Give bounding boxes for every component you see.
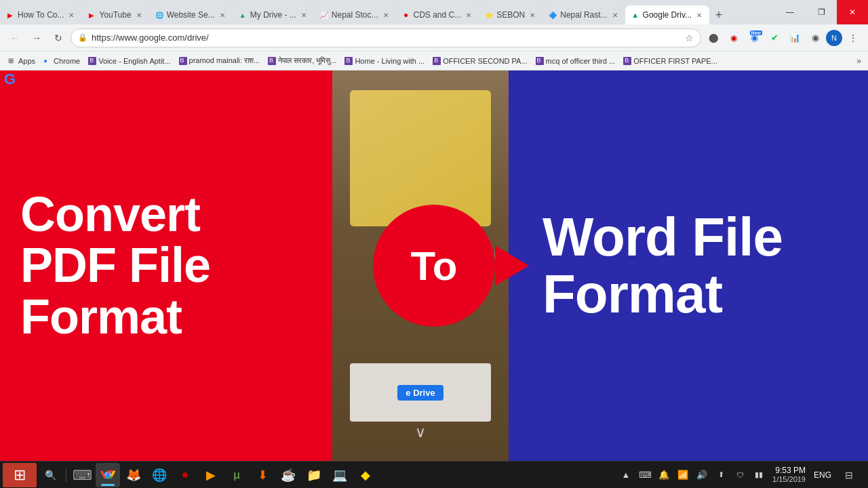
windows-icon: ⊞ [14, 466, 26, 484]
tab-youtube[interactable]: ▶ YouTube ✕ [81, 5, 149, 24]
apps-icon: ⊞ [8, 57, 16, 65]
tray-security[interactable]: 🛡 [732, 463, 748, 487]
tab-favicon-2: ▶ [87, 10, 96, 20]
bookmark-favicon-nepal: B [268, 57, 276, 65]
extension-icon-6[interactable]: ◉ [806, 28, 825, 47]
minimize-button[interactable]: — [774, 0, 806, 24]
gdrive-button[interactable]: e Drive [397, 385, 443, 401]
download-icon: ⬇ [258, 468, 268, 483]
tab-favicon-6: ● [401, 10, 411, 20]
address-bar-icons: ☆ [685, 33, 694, 43]
extension-icon-7[interactable]: N [826, 30, 842, 46]
taskbar-java[interactable]: ☕ [276, 463, 300, 487]
taskbar-firefox[interactable]: 🦊 [121, 463, 146, 487]
opera-icon: ● [182, 468, 189, 482]
tab-close-5[interactable]: ✕ [381, 10, 391, 20]
tab-how-to[interactable]: ▶ How To Co... ✕ [0, 5, 81, 24]
tab-close-4[interactable]: ✕ [299, 10, 309, 20]
address-bar[interactable]: 🔒 https://www.google.com/drive/ ☆ [71, 28, 701, 47]
bookmark-favicon-mcq: B [536, 57, 544, 65]
taskbar-computer[interactable]: 💻 [328, 463, 352, 487]
chrome-favicon: ● [43, 57, 52, 65]
center-circle: To [373, 205, 495, 327]
tab-label-2: YouTube [99, 10, 131, 20]
extension-icon-3[interactable]: ◉ New [745, 28, 764, 47]
tray-volume[interactable]: 🔊 [694, 463, 710, 487]
tab-close-9[interactable]: ✕ [694, 10, 704, 20]
bookmark-chrome[interactable]: ● Chrome [39, 53, 84, 69]
tray-network[interactable]: 📶 [675, 463, 691, 487]
tab-website[interactable]: 🌐 Website Se... ✕ [149, 5, 233, 24]
extension-icon-2[interactable]: ◉ [724, 28, 743, 47]
bookmark-nepal-gov[interactable]: B नेपाल सरकार, भूमिसु... [264, 53, 340, 69]
tab-label-6: CDS and C... [414, 10, 462, 20]
tab-nepal-stock[interactable]: 📈 Nepal Stoc... ✕ [314, 5, 396, 24]
taskbar-utorrent[interactable]: µ [224, 463, 249, 487]
bookmark-home[interactable]: B Home - Living with ... [340, 53, 429, 69]
taskbar-tool[interactable]: ◆ [353, 463, 378, 487]
star-icon[interactable]: ☆ [685, 33, 694, 43]
system-tray: ▲ ⌨ 🔔 📶 🔊 ⬆ 🛡 ▮▮ 9:53 PM 1/15/2019 ENG ⊟ [618, 463, 865, 487]
taskbar-folder[interactable]: 📁 [302, 463, 326, 487]
tab-close-1[interactable]: ✕ [66, 10, 76, 20]
tab-favicon-4: ▲ [238, 10, 248, 20]
taskbar: ⊞ 🔍 ⌨ 🦊 🌐 [0, 461, 868, 488]
tray-battery[interactable]: ▮▮ [751, 463, 767, 487]
menu-button[interactable]: ⋮ [844, 28, 863, 47]
tab-close-2[interactable]: ✕ [134, 10, 144, 20]
java-icon: ☕ [281, 468, 296, 483]
tab-close-7[interactable]: ✕ [528, 10, 537, 20]
bookmark-apps[interactable]: ⊞ Apps [4, 53, 39, 69]
tab-close-3[interactable]: ✕ [218, 10, 227, 20]
taskbar-keyboard[interactable]: ⌨ [70, 463, 94, 487]
tab-close-8[interactable]: ✕ [610, 10, 620, 20]
bookmark-pramod[interactable]: B pramod mainali: राश... [175, 53, 264, 69]
start-button[interactable]: ⊞ [3, 463, 37, 487]
window-controls: — ❐ ✕ [774, 0, 868, 24]
tab-favicon-8: 🔷 [548, 10, 557, 20]
taskbar-vlc[interactable]: ▶ [199, 463, 223, 487]
back-button[interactable]: ← [5, 28, 24, 47]
reload-button[interactable]: ↻ [49, 28, 68, 47]
maximize-button[interactable]: ❐ [806, 0, 837, 24]
date-display: 1/15/2019 [772, 475, 806, 484]
bookmark-favicon-voice: B [88, 57, 96, 65]
tab-close-6[interactable]: ✕ [464, 10, 473, 20]
bookmark-favicon-home: B [344, 57, 353, 65]
tab-cds[interactable]: ● CDS and C... ✕ [396, 5, 479, 24]
extension-icon-1[interactable]: ⬤ [704, 28, 723, 47]
browser-window: ▶ How To Co... ✕ ▶ YouTube ✕ 🌐 Website S… [0, 0, 868, 488]
tab-mydrive[interactable]: ▲ My Drive - ... ✕ [233, 5, 314, 24]
close-button[interactable]: ✕ [837, 0, 868, 24]
right-panel-text: Word File Format [542, 209, 783, 323]
extension-icon-4[interactable]: ✔ [765, 28, 784, 47]
bookmark-voice[interactable]: B Voice - English Aptit... [84, 53, 174, 69]
bookmark-officer2[interactable]: B OFFICER SECOND PA... [429, 53, 531, 69]
tab-bar: ▶ How To Co... ✕ ▶ YouTube ✕ 🌐 Website S… [0, 0, 868, 24]
taskbar-opera[interactable]: ● [173, 463, 197, 487]
more-bookmarks[interactable]: » [854, 56, 864, 66]
clock[interactable]: 9:53 PM 1/15/2019 [770, 463, 808, 487]
taskbar-chrome[interactable] [96, 463, 120, 487]
new-tab-button[interactable]: + [709, 5, 728, 24]
forward-button[interactable]: → [27, 28, 46, 47]
bookmark-officer1[interactable]: B OFFICER FIRST PAPE... [619, 53, 722, 69]
utorrent-icon: µ [233, 469, 239, 481]
bookmark-mcq[interactable]: B mcq of officer third ... [532, 53, 620, 69]
tray-hidden[interactable]: ▲ [618, 463, 634, 487]
tab-nepal-rast[interactable]: 🔷 Nepal Rast... ✕ [542, 5, 625, 24]
google-logo: G [4, 70, 24, 91]
taskbar-search[interactable]: 🔍 [38, 463, 62, 487]
browser2-icon: 🌐 [152, 468, 167, 483]
tab-sebon[interactable]: ⭐ SEBON ✕ [479, 5, 542, 24]
tray-notification[interactable]: 🔔 [656, 463, 672, 487]
bookmarks-bar: ⊞ Apps ● Chrome B Voice - English Aptit.… [0, 52, 868, 70]
extension-icon-5[interactable]: 📊 [785, 28, 804, 47]
taskbar-browser2[interactable]: 🌐 [147, 463, 172, 487]
tray-update[interactable]: ⬆ [713, 463, 729, 487]
taskbar-download[interactable]: ⬇ [250, 463, 275, 487]
tray-keyboard[interactable]: ⌨ [637, 463, 653, 487]
tab-gdrive[interactable]: ▲ Google Driv... ✕ [625, 5, 709, 24]
action-center-button[interactable]: ⊟ [837, 463, 861, 487]
firefox-icon: 🦊 [126, 468, 141, 483]
